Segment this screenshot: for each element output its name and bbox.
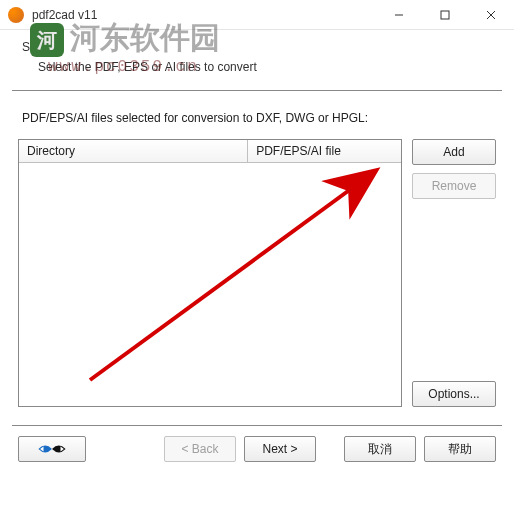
step-header: Step 1 Select the PDF, EPS or AI files t… (12, 34, 502, 88)
titlebar: pdf2cad v11 (0, 0, 514, 30)
app-icon (8, 7, 24, 23)
cancel-button[interactable]: 取消 (344, 436, 416, 462)
divider (12, 90, 502, 91)
selection-label: PDF/EPS/AI files selected for conversion… (22, 111, 496, 125)
next-button[interactable]: Next > (244, 436, 316, 462)
remove-button: Remove (412, 173, 496, 199)
table-body[interactable] (19, 163, 401, 405)
column-directory[interactable]: Directory (19, 140, 248, 162)
close-button[interactable] (468, 0, 514, 30)
maximize-button[interactable] (422, 0, 468, 30)
step-subtitle: Select the PDF, EPS or AI files to conve… (22, 60, 492, 74)
options-button[interactable]: Options... (412, 381, 496, 407)
step-title: Step 1 (22, 40, 492, 54)
divider-footer (12, 425, 502, 426)
vendor-logo-button[interactable] (18, 436, 86, 462)
add-button[interactable]: Add (412, 139, 496, 165)
file-table[interactable]: Directory PDF/EPS/AI file (18, 139, 402, 407)
window-title: pdf2cad v11 (32, 8, 376, 22)
back-button: < Back (164, 436, 236, 462)
column-file[interactable]: PDF/EPS/AI file (248, 140, 401, 162)
help-button[interactable]: 帮助 (424, 436, 496, 462)
svg-rect-1 (441, 11, 449, 19)
minimize-button[interactable] (376, 0, 422, 30)
